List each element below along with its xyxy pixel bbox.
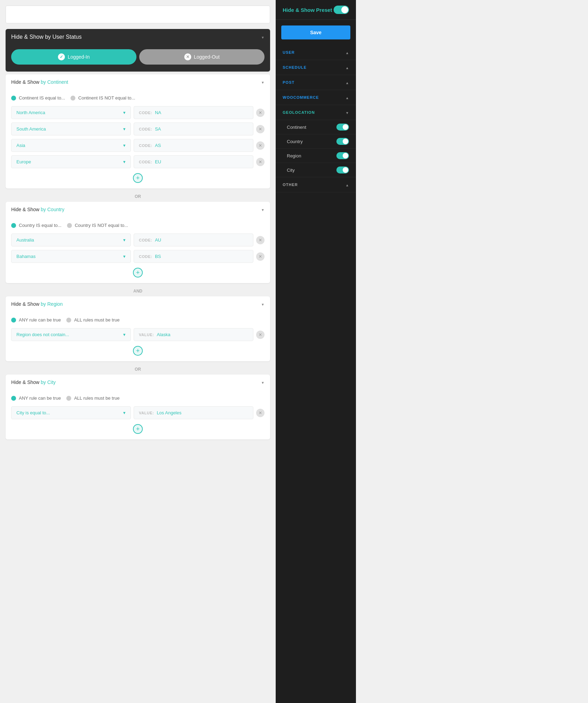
region-title: Hide & Show by Region bbox=[11, 301, 63, 307]
country-dropdown-0[interactable]: Australia ▾ bbox=[11, 234, 131, 246]
sidebar-geolocation-city: City bbox=[276, 163, 356, 177]
continent-toggle[interactable] bbox=[336, 124, 349, 131]
continent-dropdown-1[interactable]: South America ▾ bbox=[11, 123, 131, 135]
country-chevron bbox=[261, 207, 265, 212]
country-add-button[interactable]: + bbox=[133, 268, 143, 278]
sidebar-post-chevron bbox=[345, 79, 349, 86]
continent-row-1: South America ▾ CODE: SA ✕ bbox=[11, 123, 265, 135]
sidebar-user-header[interactable]: USER bbox=[276, 45, 356, 60]
city-remove-0[interactable]: ✕ bbox=[256, 409, 265, 417]
sidebar-user-label: USER bbox=[283, 50, 295, 54]
country-remove-0[interactable]: ✕ bbox=[256, 236, 265, 244]
country-remove-1[interactable]: ✕ bbox=[256, 252, 265, 261]
city-value-0: VALUE: Los Angeles bbox=[134, 406, 253, 419]
continent-row-0: North America ▾ CODE: NA ✕ bbox=[11, 106, 265, 119]
sidebar-other-header[interactable]: OTHER bbox=[276, 177, 356, 192]
city-radio-row: ANY rule can be true ALL rules must be t… bbox=[11, 395, 265, 401]
sidebar-geolocation-header[interactable]: GEOLOCATION bbox=[276, 105, 356, 120]
continent-header[interactable]: Hide & Show by Continent bbox=[6, 74, 270, 90]
sidebar-schedule-label: SCHEDULE bbox=[283, 65, 307, 69]
region-all-rules-option[interactable]: ALL rules must be true bbox=[66, 317, 119, 323]
sidebar-other-chevron bbox=[345, 182, 349, 188]
region-value-0: VALUE: Alaska bbox=[134, 328, 253, 341]
sidebar: Hide & Show Preset Save USER SCHEDULE PO… bbox=[276, 0, 356, 703]
continent-is-equal-dot bbox=[11, 96, 16, 101]
country-body: Country IS equal to... Country IS NOT eq… bbox=[6, 217, 270, 283]
region-body: ANY rule can be true ALL rules must be t… bbox=[6, 312, 270, 361]
continent-remove-3[interactable]: ✕ bbox=[256, 158, 265, 166]
country-title: Hide & Show by Country bbox=[11, 207, 65, 212]
sidebar-woocommerce-header[interactable]: WOOCOMMERCE bbox=[276, 90, 356, 105]
city-title: Hide & Show by City bbox=[11, 379, 56, 385]
country-is-not-equal-dot bbox=[67, 223, 72, 228]
region-add-button[interactable]: + bbox=[133, 346, 143, 356]
continent-dropdown-2[interactable]: Asia ▾ bbox=[11, 139, 131, 152]
city-condition-dropdown-0[interactable]: City is equal to... ▾ bbox=[11, 406, 131, 419]
country-toggle[interactable] bbox=[336, 138, 349, 145]
continent-remove-0[interactable]: ✕ bbox=[256, 109, 265, 117]
region-any-rule-dot bbox=[11, 318, 16, 323]
region-condition-dropdown-0[interactable]: Region does not contain... ▾ bbox=[11, 328, 131, 341]
dropdown-chevron-icon: ▾ bbox=[123, 159, 126, 164]
region-header[interactable]: Hide & Show by Region bbox=[6, 296, 270, 312]
continent-is-not-equal-dot bbox=[70, 96, 75, 101]
continent-chevron bbox=[261, 79, 265, 85]
user-status-title: Hide & Show by User Status bbox=[11, 34, 82, 40]
sidebar-section-other: OTHER bbox=[276, 177, 356, 192]
country-is-equal-option[interactable]: Country IS equal to... bbox=[11, 223, 61, 228]
continent-row-2: Asia ▾ CODE: AS ✕ bbox=[11, 139, 265, 152]
region-any-rule-option[interactable]: ANY rule can be true bbox=[11, 317, 61, 323]
region-radio-row: ANY rule can be true ALL rules must be t… bbox=[11, 317, 265, 323]
sidebar-woocommerce-chevron bbox=[345, 94, 349, 101]
continent-dropdown-0[interactable]: North America ▾ bbox=[11, 106, 131, 119]
country-code-0: CODE: AU bbox=[134, 234, 253, 246]
sidebar-main-toggle[interactable] bbox=[334, 6, 349, 14]
user-status-chevron bbox=[261, 34, 265, 40]
dropdown-chevron-icon: ▾ bbox=[123, 126, 126, 132]
city-chevron bbox=[261, 379, 265, 385]
continent-dropdown-3[interactable]: Europe ▾ bbox=[11, 155, 131, 168]
sidebar-geolocation-label: GEOLOCATION bbox=[283, 110, 315, 114]
sidebar-other-label: OTHER bbox=[283, 183, 298, 187]
region-remove-0[interactable]: ✕ bbox=[256, 331, 265, 339]
country-radio-row: Country IS equal to... Country IS NOT eq… bbox=[11, 223, 265, 228]
region-toggle[interactable] bbox=[336, 152, 349, 159]
region-all-rules-dot bbox=[66, 318, 71, 323]
sidebar-post-header[interactable]: POST bbox=[276, 75, 356, 90]
city-all-rules-option[interactable]: ALL rules must be true bbox=[66, 395, 119, 401]
preset-title-input[interactable]: Geolocation Preset bbox=[6, 6, 270, 23]
country-dropdown-1[interactable]: Bahamas ▾ bbox=[11, 250, 131, 263]
sidebar-header: Hide & Show Preset bbox=[276, 0, 356, 20]
continent-remove-2[interactable]: ✕ bbox=[256, 141, 265, 150]
city-any-rule-option[interactable]: ANY rule can be true bbox=[11, 395, 61, 401]
city-body: ANY rule can be true ALL rules must be t… bbox=[6, 390, 270, 439]
continent-title: Hide & Show by Continent bbox=[11, 79, 68, 85]
country-is-not-equal-option[interactable]: Country IS NOT equal to... bbox=[67, 223, 128, 228]
dropdown-chevron-icon: ▾ bbox=[123, 254, 126, 259]
continent-code-3: CODE: EU bbox=[134, 155, 253, 168]
city-all-rules-dot bbox=[66, 396, 71, 401]
logged-out-button[interactable]: ✕ Logged-Out bbox=[139, 49, 265, 65]
dropdown-chevron-icon: ▾ bbox=[123, 143, 126, 148]
country-section: Hide & Show by Country Country IS equal … bbox=[6, 202, 270, 283]
sidebar-schedule-header[interactable]: SCHEDULE bbox=[276, 60, 356, 75]
continent-remove-1[interactable]: ✕ bbox=[256, 125, 265, 133]
city-header[interactable]: Hide & Show by City bbox=[6, 375, 270, 390]
region-section: Hide & Show by Region ANY rule can be tr… bbox=[6, 296, 270, 361]
continent-is-not-equal-option[interactable]: Continent IS NOT equal to... bbox=[70, 95, 135, 101]
logged-in-button[interactable]: ✓ Logged-In bbox=[11, 49, 136, 65]
city-add-button[interactable]: + bbox=[133, 424, 143, 434]
city-toggle[interactable] bbox=[336, 166, 349, 173]
continent-is-equal-option[interactable]: Continent IS equal to... bbox=[11, 95, 65, 101]
country-toggle-knob bbox=[343, 139, 348, 144]
save-button[interactable]: Save bbox=[281, 25, 350, 39]
dropdown-chevron-icon: ▾ bbox=[123, 332, 126, 337]
country-header[interactable]: Hide & Show by Country bbox=[6, 202, 270, 217]
continent-add-button[interactable]: + bbox=[133, 173, 143, 183]
sidebar-section-geolocation: GEOLOCATION Continent Country Region Cit… bbox=[276, 105, 356, 177]
region-row-0: Region does not contain... ▾ VALUE: Alas… bbox=[11, 328, 265, 341]
user-status-header[interactable]: Hide & Show by User Status bbox=[6, 29, 270, 45]
city-any-rule-dot bbox=[11, 396, 16, 401]
sidebar-section-woocommerce: WOOCOMMERCE bbox=[276, 90, 356, 105]
sidebar-schedule-chevron bbox=[345, 64, 349, 71]
